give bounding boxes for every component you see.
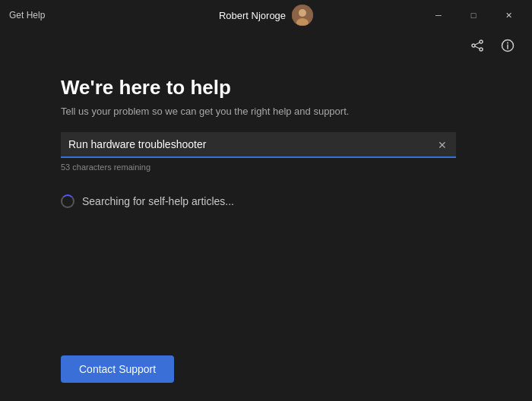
- searching-text: Searching for self-help articles...: [82, 195, 234, 207]
- search-clear-button[interactable]: ✕: [435, 137, 450, 153]
- search-input[interactable]: [61, 132, 456, 158]
- svg-point-6: [480, 48, 483, 51]
- titlebar: Get Help Robert Njoroge ─ □ ✕: [0, 0, 532, 30]
- window-controls: ─ □ ✕: [421, 3, 526, 27]
- page-headline: We're here to help: [61, 76, 502, 99]
- user-name: Robert Njoroge: [219, 10, 286, 21]
- avatar: [292, 5, 313, 26]
- loading-spinner: [61, 194, 74, 208]
- titlebar-left: Get Help: [9, 10, 45, 21]
- toolbar: [0, 30, 532, 61]
- svg-point-1: [299, 9, 306, 17]
- char-count: 53 characters remaining: [61, 163, 502, 172]
- app-window: Get Help Robert Njoroge ─ □ ✕: [0, 0, 532, 401]
- contact-support-button[interactable]: Contact Support: [61, 355, 174, 383]
- minimize-button[interactable]: ─: [421, 3, 456, 27]
- app-title: Get Help: [9, 10, 45, 21]
- svg-point-11: [507, 43, 508, 44]
- main-content: We're here to help Tell us your problem …: [0, 61, 532, 343]
- info-icon[interactable]: [496, 33, 520, 58]
- svg-point-4: [480, 40, 483, 43]
- search-container: ✕: [61, 132, 456, 158]
- share-icon[interactable]: [465, 33, 489, 58]
- maximize-button[interactable]: □: [456, 3, 491, 27]
- svg-line-8: [475, 46, 480, 49]
- page-subheadline: Tell us your problem so we can get you t…: [61, 106, 502, 117]
- svg-line-7: [475, 43, 480, 45]
- svg-point-5: [472, 44, 475, 47]
- close-button[interactable]: ✕: [491, 3, 526, 27]
- footer: Contact Support: [0, 343, 532, 401]
- searching-row: Searching for self-help articles...: [61, 194, 502, 208]
